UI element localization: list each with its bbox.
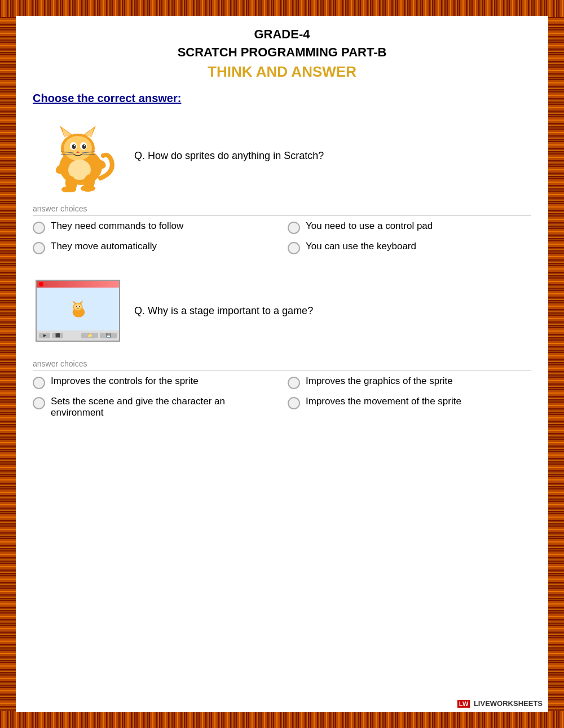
liveworksheets-footer: LW LIVEWORKSHEETS: [457, 699, 543, 708]
q2-choice-a[interactable]: Improves the controls for the sprite: [33, 376, 276, 389]
q1-choices-grid: They need commands to follow You need to…: [33, 220, 531, 254]
svg-point-29: [74, 303, 82, 311]
q1-radio-b[interactable]: [288, 222, 300, 234]
svg-point-9: [72, 144, 76, 149]
q2-radio-a[interactable]: [33, 377, 45, 389]
lw-logo: LW: [457, 700, 470, 708]
q1-radio-a[interactable]: [33, 222, 45, 234]
q2-choice-d[interactable]: Improves the movement of the sprite: [288, 396, 531, 418]
svg-point-33: [79, 306, 80, 307]
q2-radio-d[interactable]: [288, 397, 300, 409]
q1-choice-b[interactable]: You need to use a control pad: [288, 220, 531, 234]
q1-choice-a-text: They need commands to follow: [51, 220, 183, 232]
q1-choice-d-text: You can use the keyboard: [306, 241, 416, 252]
question-1-block: Q. How do sprites do anything in Scratch…: [33, 116, 531, 254]
q1-answer-choices-label: answer choices: [33, 204, 531, 216]
border-left: [0, 17, 17, 711]
q1-radio-c[interactable]: [33, 242, 45, 254]
grade-title: GRADE-4: [33, 27, 531, 42]
q2-choice-c[interactable]: Sets the scene and give the character an…: [33, 396, 276, 418]
subject-title: SCRATCH PROGRAMMING PART-B: [33, 45, 531, 60]
svg-point-32: [76, 306, 77, 307]
q2-choice-d-text: Improves the movement of the sprite: [306, 396, 461, 407]
border-top: [0, 0, 564, 17]
svg-point-24: [81, 185, 95, 192]
q1-choice-c-text: They move automatically: [51, 241, 157, 252]
question-2-image: ▶ ⬛ 📁 💾: [33, 271, 123, 350]
question-2-text: Q. Why is a stage important to a game?: [134, 305, 531, 317]
lw-brand: LIVEWORKSHEETS: [474, 699, 543, 708]
q2-answer-choices-label: answer choices: [33, 359, 531, 371]
question-2-row: ▶ ⬛ 📁 💾 Q. Why is a stage important to a…: [33, 271, 531, 350]
question-1-row: Q. How do sprites do anything in Scratch…: [33, 116, 531, 195]
q2-choice-b-text: Improves the graphics of the sprite: [306, 376, 453, 387]
section-title: THINK AND ANSWER: [33, 63, 531, 81]
q1-radio-d[interactable]: [288, 242, 300, 254]
border-right: [547, 17, 564, 711]
q2-radio-c[interactable]: [33, 397, 45, 409]
svg-point-10: [82, 144, 86, 149]
q1-choice-a[interactable]: They need commands to follow: [33, 220, 276, 234]
scratch-stage-screenshot: ▶ ⬛ 📁 💾: [36, 280, 120, 342]
q2-radio-b[interactable]: [288, 377, 300, 389]
content-area: GRADE-4 SCRATCH PROGRAMMING PART-B THINK…: [16, 16, 548, 712]
q1-choice-b-text: You need to use a control pad: [306, 220, 433, 232]
instruction-heading: Choose the correct answer:: [33, 92, 531, 105]
q2-choice-c-text: Sets the scene and give the character an…: [51, 396, 276, 418]
border-bottom: [0, 711, 564, 728]
question-2-block: ▶ ⬛ 📁 💾 Q. Why is a stage important to a…: [33, 271, 531, 418]
svg-point-6: [64, 136, 92, 161]
q2-choices-grid: Improves the controls for the sprite Imp…: [33, 376, 531, 418]
svg-point-11: [74, 145, 75, 146]
q2-choice-a-text: Improves the controls for the sprite: [51, 376, 199, 387]
svg-point-12: [84, 145, 85, 146]
q1-choice-c[interactable]: They move automatically: [33, 241, 276, 254]
page: GRADE-4 SCRATCH PROGRAMMING PART-B THINK…: [0, 0, 564, 728]
question-1-text: Q. How do sprites do anything in Scratch…: [134, 150, 531, 162]
q2-choice-b[interactable]: Improves the graphics of the sprite: [288, 376, 531, 389]
q1-choice-d[interactable]: You can use the keyboard: [288, 241, 531, 254]
question-1-image: [33, 116, 123, 195]
